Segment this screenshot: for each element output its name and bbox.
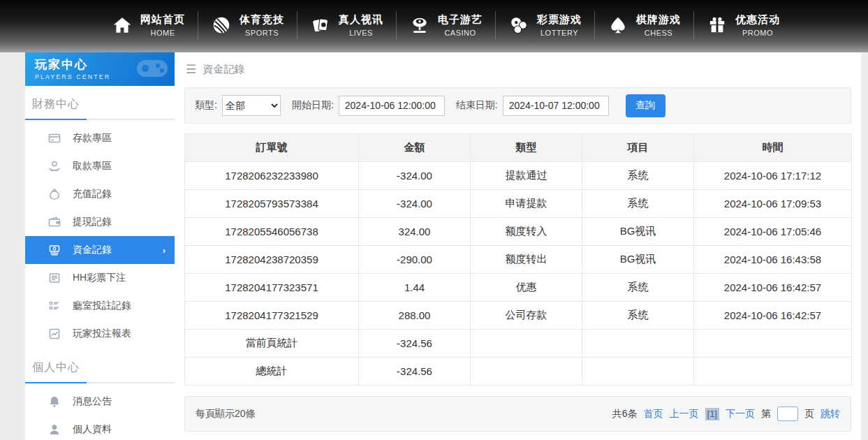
nav-label-zh: 优惠活动 <box>735 13 780 27</box>
table-cell-empty <box>694 358 852 386</box>
sidebar-item-label: 存款專區 <box>73 132 112 145</box>
table-cell-type: 提款通过 <box>471 162 582 190</box>
nav-label-en: CHESS <box>645 29 672 37</box>
withdraw-hand-icon <box>48 160 61 173</box>
table-cell-item: BG视讯 <box>582 218 694 246</box>
nav-label-zh: 体育竞技 <box>240 13 284 27</box>
table-cell-item: BG视讯 <box>582 246 694 274</box>
table-cell-order-no: 1728205793573384 <box>185 190 359 218</box>
jump-prefix-label: 第 <box>761 408 771 420</box>
section-underline <box>25 382 175 383</box>
table-cell-time: 2024-10-06 17:05:46 <box>694 218 852 246</box>
hamburger-icon[interactable]: ☰ <box>186 62 196 77</box>
sidebar-header: 玩家中心 PLAYERS CENTER <box>25 52 175 86</box>
nav-label-zh: 网站首页 <box>140 13 185 27</box>
nav-item-lives[interactable]: 真人视讯LIVES <box>297 11 396 39</box>
table-cell-amount: -324.00 <box>359 162 471 190</box>
table-cell-amount: 1.44 <box>359 274 471 302</box>
sidebar-item-label: 個人資料 <box>73 423 112 436</box>
table-row: 1728204177323571 1.44 优惠 系统 2024-10-06 1… <box>185 274 852 302</box>
nav-label-en: PROMO <box>742 29 773 37</box>
sidebar: 玩家中心 PLAYERS CENTER 財務中心 存款專區 取款專區 充值記錄 … <box>25 52 175 440</box>
nav-item-casino[interactable]: 电子游艺CASINO <box>396 11 495 39</box>
sidebar-item-funds-record[interactable]: 資金記錄 › <box>25 236 175 264</box>
nav-label-zh: 真人视讯 <box>339 13 383 27</box>
sidebar-item-hh-lottery-bets[interactable]: HH彩票下注 <box>25 264 175 292</box>
spade-icon <box>608 15 628 36</box>
page-title: 資金記錄 <box>203 63 244 76</box>
sidebar-item-deposit[interactable]: 存款專區 <box>25 124 175 152</box>
banknote-icon <box>48 244 61 256</box>
sidebar-item-hall-bet-record[interactable]: 廳室投註記錄 <box>25 292 175 320</box>
nav-label-en: LOTTERY <box>540 29 578 37</box>
table-cell-order-no: 1728204177323571 <box>185 274 359 302</box>
nav-item-home[interactable]: 网站首页HOME <box>99 11 198 39</box>
funds-record-page: 网站首页HOME 体育竞技SPORTS 真人视讯LIVES 电子游艺CASINO… <box>0 0 868 440</box>
table-row: 1728205546056738 324.00 额度转入 BG视讯 2024-1… <box>185 218 852 246</box>
type-label: 類型: <box>195 99 217 112</box>
end-date-input[interactable] <box>503 96 609 116</box>
col-header-type: 類型 <box>471 134 582 162</box>
nav-label-en: HOME <box>151 29 175 37</box>
next-page-link[interactable]: 下一页 <box>726 408 755 420</box>
top-nav-bar: 网站首页HOME 体育竞技SPORTS 真人视讯LIVES 电子游艺CASINO… <box>0 0 868 52</box>
main-content: ☰ 資金記錄 類型: 全部 開始日期: 结束日期: 查詢 訂單號 金額 類型 <box>175 52 861 440</box>
sidebar-item-label: 玩家投注報表 <box>73 328 131 340</box>
table-cell-amount: 324.00 <box>359 218 471 246</box>
section-title-personal: 個人中心 <box>25 349 175 375</box>
sidebar-item-label: 提現記錄 <box>73 216 112 228</box>
jump-link[interactable]: 跳转 <box>821 408 840 420</box>
nav-label-en: SPORTS <box>245 29 279 37</box>
top-nav-items: 网站首页HOME 体育竞技SPORTS 真人视讯LIVES 电子游艺CASINO… <box>99 6 793 44</box>
sidebar-item-withdraw[interactable]: 取款專區 <box>25 152 175 180</box>
table-cell-amount: -324.00 <box>359 190 471 218</box>
search-button[interactable]: 查詢 <box>626 94 665 117</box>
table-cell-order-no: 1728204177321529 <box>185 302 359 330</box>
sidebar-item-player-bet-report[interactable]: 玩家投注報表 <box>25 320 175 348</box>
nav-item-promo[interactable]: 优惠活动PROMO <box>693 11 793 39</box>
nav-item-lottery[interactable]: 彩票游戏LOTTERY <box>495 11 594 39</box>
table-cell-time: 2024-10-06 17:17:12 <box>694 162 852 190</box>
table-cell-empty <box>471 330 582 358</box>
table-cell-empty <box>582 358 694 386</box>
prev-page-link[interactable]: 上一页 <box>670 408 699 420</box>
table-cell-item: 系统 <box>582 274 694 302</box>
nav-label-zh: 棋牌游戏 <box>636 13 681 27</box>
first-page-link[interactable]: 首页 <box>644 408 663 420</box>
finance-menu: 存款專區 取款專區 充值記錄 提現記錄 資金記錄 › HH彩票下注 <box>25 120 175 349</box>
nav-item-chess[interactable]: 棋牌游戏CHESS <box>594 11 693 39</box>
table-row-grand-total: 總統計 -324.56 <box>185 358 852 386</box>
table-cell-label: 當前頁統計 <box>185 330 359 358</box>
nav-item-sports[interactable]: 体育竞技SPORTS <box>198 11 297 39</box>
table-cell-type: 申请提款 <box>471 190 582 218</box>
table-cell-type: 额度转入 <box>471 218 582 246</box>
gamepad-icon <box>134 54 170 82</box>
report-chart-icon <box>48 328 61 340</box>
sidebar-item-withdraw-record[interactable]: 提現記錄 <box>25 208 175 236</box>
filter-bar: 類型: 全部 開始日期: 结束日期: 查詢 <box>184 87 851 124</box>
table-cell-time: 2024-10-06 16:43:58 <box>694 246 852 274</box>
table-row: 1728205793573384 -324.00 申请提款 系统 2024-10… <box>185 190 852 218</box>
nav-label-en: LIVES <box>349 29 373 37</box>
sidebar-item-label: 充值記錄 <box>73 188 112 200</box>
start-date-input[interactable] <box>339 96 445 116</box>
section-underline <box>25 119 175 120</box>
table-cell-amount: -290.00 <box>359 246 471 274</box>
sidebar-item-label: 資金記錄 <box>73 244 112 256</box>
table-cell-time: 2024-10-06 17:09:53 <box>694 190 852 218</box>
sidebar-item-profile[interactable]: 個人資料 <box>25 416 175 440</box>
bullet-list-icon <box>48 300 61 312</box>
table-row: 1728204238720359 -290.00 额度转出 BG视讯 2024-… <box>185 246 852 274</box>
jump-page-input[interactable] <box>777 406 798 421</box>
nav-label-en: CASINO <box>444 29 476 37</box>
table-cell-item: 系统 <box>582 190 694 218</box>
type-select[interactable]: 全部 <box>222 95 281 116</box>
sidebar-item-announcements[interactable]: 消息公告 <box>25 388 175 416</box>
table-cell-amount: -324.56 <box>359 358 471 386</box>
sidebar-item-recharge-record[interactable]: 充值記錄 <box>25 180 175 208</box>
table-cell-order-no: 1728204238720359 <box>185 246 359 274</box>
table-footer-bar: 每頁顯示20條 共6条 首页 上一页 [1] 下一页 第 页 跳转 <box>184 396 851 432</box>
sidebar-item-label: 取款專區 <box>73 160 112 173</box>
table-cell-amount: -324.56 <box>359 330 471 358</box>
table-cell-label: 總統計 <box>185 358 359 386</box>
